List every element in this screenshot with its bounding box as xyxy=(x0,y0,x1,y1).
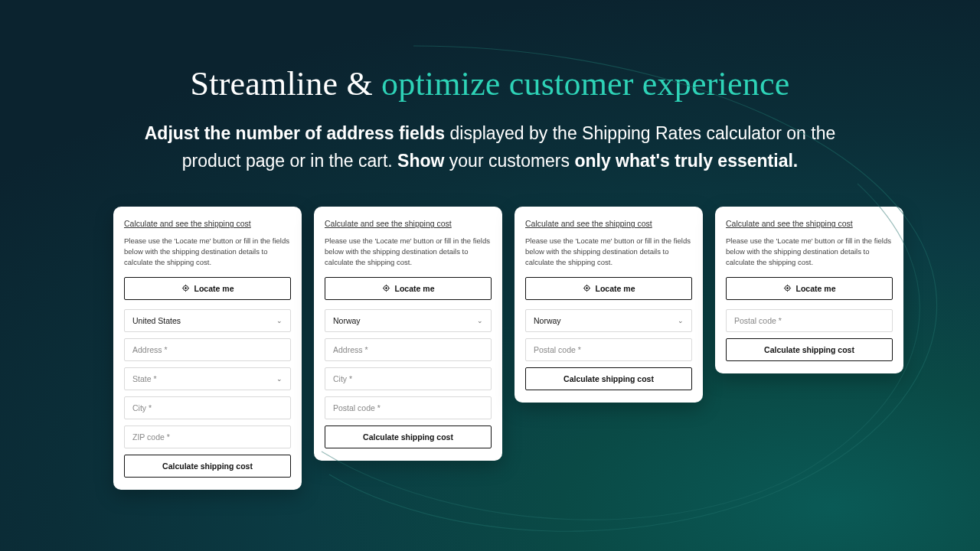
svg-point-19 xyxy=(786,288,788,289)
country-select[interactable]: United States⌄ xyxy=(124,309,291,332)
chevron-down-icon: ⌄ xyxy=(276,375,283,383)
calculator-card: Calculate and see the shipping costPleas… xyxy=(514,207,703,402)
calculator-card: Calculate and see the shipping costPleas… xyxy=(715,207,903,373)
svg-point-7 xyxy=(385,288,387,289)
calculator-card: Calculate and see the shipping costPleas… xyxy=(113,207,302,489)
chevron-down-icon: ⌄ xyxy=(477,317,483,324)
hero-title-prefix: Streamline & xyxy=(191,65,381,103)
card-title: Calculate and see the shipping cost xyxy=(124,219,291,228)
select-value: Norway xyxy=(333,316,361,325)
hero-subtitle-bold-2: Show xyxy=(397,151,444,171)
card-title: Calculate and see the shipping cost xyxy=(325,219,492,228)
select-placeholder: State * xyxy=(132,374,157,383)
locate-me-button[interactable]: Locate me xyxy=(726,277,893,300)
hero-subtitle-text-3: your customers xyxy=(444,151,574,171)
address-input[interactable]: Address * xyxy=(325,338,492,361)
chevron-down-icon: ⌄ xyxy=(678,317,684,324)
postal-code-input[interactable]: Postal code * xyxy=(325,396,492,419)
card-title: Calculate and see the shipping cost xyxy=(726,219,893,228)
hero-subtitle-text-2: product page or in the cart. xyxy=(182,151,397,171)
hero-subtitle-bold-1: Adjust the number of address fields xyxy=(145,123,445,143)
calculate-button[interactable]: Calculate shipping cost xyxy=(726,338,893,361)
locate-me-label: Locate me xyxy=(194,284,234,293)
locate-me-label: Locate me xyxy=(796,284,836,293)
locate-me-label: Locate me xyxy=(395,284,435,293)
country-select[interactable]: Norway⌄ xyxy=(325,309,492,332)
calculate-button[interactable]: Calculate shipping cost xyxy=(124,455,291,478)
zip-input[interactable]: ZIP code * xyxy=(124,425,291,448)
country-select[interactable]: Norway⌄ xyxy=(525,309,692,332)
hero-subtitle-bold-3: only what's truly essential. xyxy=(574,151,798,171)
city-input[interactable]: City * xyxy=(325,367,492,390)
crosshair-icon xyxy=(783,284,792,292)
card-description: Please use the 'Locate me' button or fil… xyxy=(726,236,893,267)
postal-code-input[interactable]: Postal code * xyxy=(726,309,893,332)
hero-title-accent: optimize customer experience xyxy=(381,65,789,103)
hero-title: Streamline & optimize customer experienc… xyxy=(61,64,919,103)
cards-row: Calculate and see the shipping costPleas… xyxy=(0,174,980,489)
address-input[interactable]: Address * xyxy=(124,338,291,361)
svg-point-13 xyxy=(586,288,587,289)
hero-section: Streamline & optimize customer experienc… xyxy=(0,0,980,174)
select-value: Norway xyxy=(534,316,561,325)
hero-subtitle-text-1: displayed by the Shipping Rates calculat… xyxy=(445,123,835,143)
locate-me-button[interactable]: Locate me xyxy=(525,277,692,300)
card-description: Please use the 'Locate me' button or fil… xyxy=(124,236,291,267)
svg-point-1 xyxy=(185,288,186,289)
crosshair-icon xyxy=(181,284,190,292)
card-title: Calculate and see the shipping cost xyxy=(525,219,692,228)
locate-me-button[interactable]: Locate me xyxy=(325,277,492,300)
hero-subtitle: Adjust the number of address fields disp… xyxy=(65,120,915,174)
calculate-button[interactable]: Calculate shipping cost xyxy=(325,425,492,448)
card-description: Please use the 'Locate me' button or fil… xyxy=(525,236,692,267)
chevron-down-icon: ⌄ xyxy=(276,317,283,324)
crosshair-icon xyxy=(382,284,390,292)
select-value: United States xyxy=(132,316,181,325)
locate-me-button[interactable]: Locate me xyxy=(124,277,291,300)
postal-code-input[interactable]: Postal code * xyxy=(525,338,692,361)
locate-me-label: Locate me xyxy=(596,284,635,293)
crosshair-icon xyxy=(583,284,591,292)
state-select[interactable]: State *⌄ xyxy=(124,367,291,390)
calculator-card: Calculate and see the shipping costPleas… xyxy=(314,207,502,460)
city-input[interactable]: City * xyxy=(124,396,291,419)
card-description: Please use the 'Locate me' button or fil… xyxy=(325,236,492,267)
calculate-button[interactable]: Calculate shipping cost xyxy=(525,367,692,390)
